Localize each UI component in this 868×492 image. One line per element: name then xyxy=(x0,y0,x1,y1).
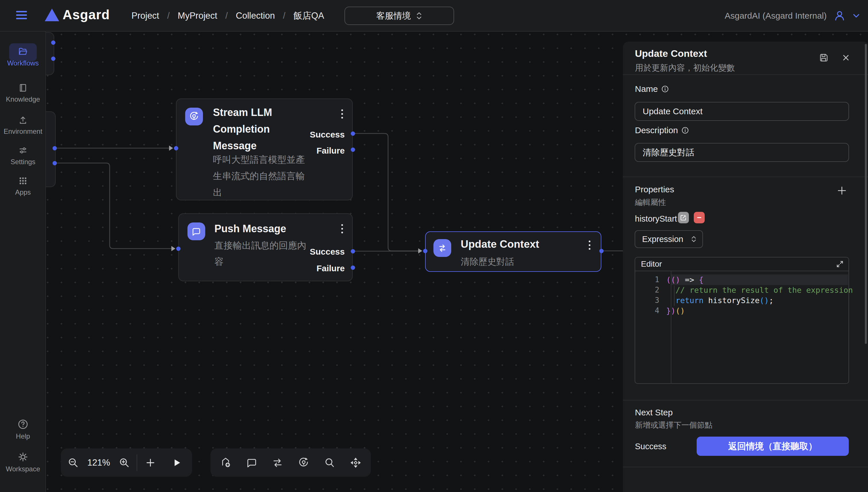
sidebar-item-workflows[interactable]: Workflows xyxy=(0,47,46,67)
llm-node-button[interactable] xyxy=(293,448,314,477)
name-input[interactable]: Update Context xyxy=(635,102,849,121)
app-logo[interactable]: Asgard xyxy=(63,7,110,22)
port-clipped-top-1[interactable] xyxy=(51,41,55,45)
sidebar-item-apps[interactable]: Apps xyxy=(0,176,46,196)
port-stream-failure[interactable] xyxy=(351,148,355,152)
port-push-input[interactable] xyxy=(176,247,180,251)
run-button[interactable] xyxy=(164,448,190,477)
sidebar-item-settings[interactable]: Settings xyxy=(0,145,46,166)
port-update-output[interactable] xyxy=(599,249,604,253)
sidebar: Workflows Knowledge Environment Settings xyxy=(0,31,46,492)
node-menu-kebab-icon[interactable] xyxy=(340,223,344,235)
sidebar-item-environment[interactable]: Environment xyxy=(0,115,46,136)
port-label-failure: Failure xyxy=(317,146,345,155)
folder-icon xyxy=(18,47,28,57)
top-navbar: Asgard Project / MyProject / Collection … xyxy=(0,0,868,31)
expand-icon[interactable] xyxy=(836,260,844,268)
property-type-value: Expression xyxy=(642,235,683,244)
port-clipped-top-2[interactable] xyxy=(51,56,55,61)
plus-icon xyxy=(836,184,848,197)
save-icon xyxy=(819,52,829,63)
logo-triangle-icon xyxy=(45,8,59,21)
next-step-target-button[interactable]: 返回情境（直接聽取） xyxy=(697,437,849,456)
account-name: AsgardAI (Asgard Internal) xyxy=(725,11,827,21)
property-type-select[interactable]: Expression xyxy=(635,230,703,248)
breadcrumb-separator: / xyxy=(283,10,286,21)
port-push-success[interactable] xyxy=(351,249,355,253)
arrowhead-update-input xyxy=(418,248,422,253)
book-icon xyxy=(18,83,28,93)
app-root: Stream LLM Completion Message 呼叫大型語言模型並產… xyxy=(0,0,868,492)
panel-divider xyxy=(623,74,868,75)
upload-icon xyxy=(18,115,28,125)
panel-divider xyxy=(623,176,868,177)
port-push-failure[interactable] xyxy=(351,266,355,270)
search-canvas-button[interactable] xyxy=(319,448,340,477)
account-menu[interactable]: AsgardAI (Asgard Internal) xyxy=(725,0,860,31)
panel-divider xyxy=(623,467,868,467)
apps-grid-icon xyxy=(18,176,28,186)
wire-stream-success-to-update xyxy=(353,133,421,251)
add-button[interactable] xyxy=(137,448,164,477)
breadcrumb-collection[interactable]: Collection xyxy=(236,10,275,21)
node-menu-kebab-icon[interactable] xyxy=(588,239,592,251)
edit-pencil-icon xyxy=(680,214,687,221)
panel-scrollbar[interactable] xyxy=(865,44,867,344)
breadcrumb-myproject[interactable]: MyProject xyxy=(178,10,217,21)
add-property-button[interactable] xyxy=(836,184,848,197)
next-step-port-label: Success xyxy=(635,442,667,451)
stream-llm-icon xyxy=(185,108,203,125)
node-title: Stream LLM Completion Message xyxy=(213,104,288,154)
select-chevrons-icon xyxy=(416,11,422,20)
sidebar-item-label: Workflows xyxy=(7,59,39,67)
panel-subtitle: 用於更新內容，初始化變數 xyxy=(635,62,735,74)
panel-title: Update Context xyxy=(635,48,707,59)
menu-hamburger-icon[interactable] xyxy=(16,11,27,19)
editor-body[interactable]: 1 (() => { 2 // return the result of the… xyxy=(635,271,848,384)
panel-divider xyxy=(623,400,868,400)
sidebar-item-workspace[interactable]: Workspace xyxy=(0,451,46,473)
node-stream-llm[interactable]: Stream LLM Completion Message 呼叫大型語言模型並產… xyxy=(176,98,353,200)
next-step-label: Next Step xyxy=(635,408,673,417)
breadcrumb: Project / MyProject / Collection / 飯店QA xyxy=(131,0,324,31)
remove-property-button[interactable] xyxy=(694,212,705,223)
arrowhead-stream-input xyxy=(169,146,173,151)
name-field-label: Name xyxy=(635,84,669,94)
next-step-sublabel: 新增或選擇下一個節點 xyxy=(635,420,713,430)
port-update-input[interactable] xyxy=(423,249,427,253)
port-label-success: Success xyxy=(310,247,345,256)
zoom-in-button[interactable] xyxy=(112,448,137,477)
save-button[interactable] xyxy=(819,52,829,63)
breadcrumb-project[interactable]: Project xyxy=(131,10,159,21)
add-node-button[interactable] xyxy=(215,448,236,477)
node-menu-kebab-icon[interactable] xyxy=(340,108,344,120)
sidebar-item-label: Settings xyxy=(10,158,35,166)
message-node-button[interactable] xyxy=(241,448,262,477)
port-clipped-failure[interactable] xyxy=(52,161,57,165)
port-label-success: Success xyxy=(310,130,345,140)
node-push-message[interactable]: Push Message 直接輸出訊息的回應內容 Success Failure xyxy=(178,213,353,281)
fit-view-button[interactable] xyxy=(345,448,366,477)
port-label-failure: Failure xyxy=(317,264,345,273)
description-input[interactable]: 清除歷史對話 xyxy=(635,143,849,162)
sidebar-item-knowledge[interactable]: Knowledge xyxy=(0,83,46,103)
environment-selector[interactable]: 客服情境 xyxy=(344,7,454,25)
zoom-out-button[interactable] xyxy=(61,448,85,477)
node-config-panel: Update Context 用於更新內容，初始化變數 Name Update … xyxy=(623,42,868,492)
chevron-down-icon xyxy=(852,12,860,20)
node-title: Update Context xyxy=(461,236,575,253)
sidebar-item-help[interactable]: Help xyxy=(0,419,46,440)
info-icon xyxy=(661,85,669,93)
node-title: Push Message xyxy=(215,220,335,237)
port-clipped-success[interactable] xyxy=(52,146,57,150)
edit-property-button[interactable] xyxy=(678,212,689,223)
info-icon xyxy=(681,127,689,134)
port-stream-input[interactable] xyxy=(174,146,178,150)
close-panel-button[interactable] xyxy=(842,53,850,62)
context-node-button[interactable] xyxy=(267,448,288,477)
breadcrumb-current[interactable]: 飯店QA xyxy=(293,10,324,22)
port-stream-success[interactable] xyxy=(351,131,355,136)
node-update-context[interactable]: Update Context 清除歷史對話 xyxy=(425,231,601,272)
code-line: 1 (() => { xyxy=(635,274,848,285)
code-line: 3 return historySize(); xyxy=(635,295,848,305)
